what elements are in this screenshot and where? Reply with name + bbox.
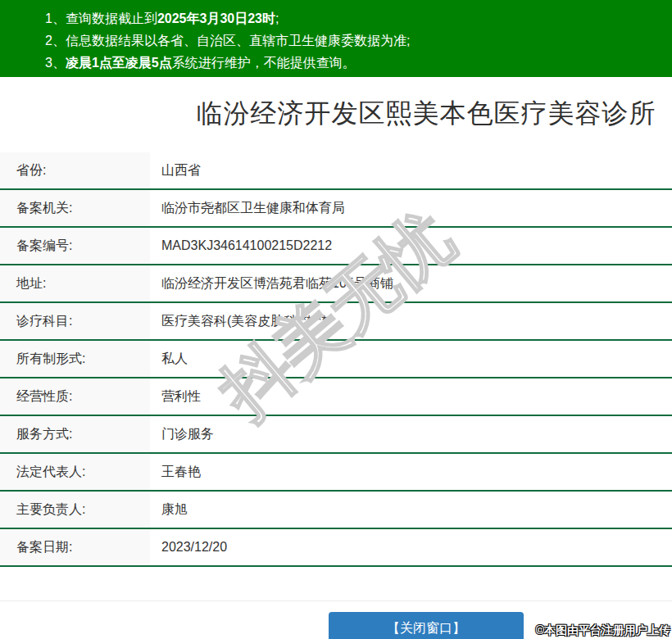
table-row-legal-representative: 法定代表人: 王春艳	[0, 454, 672, 492]
page-title: 临汾经济开发区熙美本色医疗美容诊所	[0, 93, 672, 133]
row-value: MAD3KJ34614100215D2212	[150, 228, 332, 264]
image-credit: ©本图由平台注册用户上传	[536, 623, 670, 638]
row-label: 省份:	[0, 152, 150, 188]
table-row-ownership-form: 所有制形式: 私人	[0, 341, 672, 378]
table-row-filing-date: 备案日期: 2023/12/20	[0, 529, 672, 567]
row-value: 临汾经济开发区博浩苑君临苑105号商铺	[150, 265, 393, 301]
row-label: 诊疗科目:	[0, 303, 150, 339]
notice-line-2: 2、信息数据结果以各省、自治区、直辖市卫生健康委数据为准;	[45, 29, 672, 52]
page-container: 1、查询数据截止到2025年3月30日23时; 2、信息数据结果以各省、自治区、…	[0, 0, 672, 639]
notice-bold-text: 2025年3月30日23时	[157, 11, 275, 25]
row-value: 康旭	[150, 492, 188, 528]
notice-text: ;	[275, 11, 279, 25]
row-value: 门诊服务	[150, 416, 214, 452]
row-label: 主要负责人:	[0, 492, 150, 528]
row-value: 医疗美容科(美容皮肤科)******	[150, 303, 332, 339]
row-value: 2023/12/20	[150, 529, 227, 565]
notice-bold-text: 凌晨1点至凌晨5点	[66, 56, 172, 70]
row-label: 经营性质:	[0, 378, 150, 415]
row-label: 备案日期:	[0, 529, 150, 565]
close-window-button[interactable]: 【关闭窗口】	[329, 612, 524, 639]
table-row-province: 省份: 山西省	[0, 152, 672, 190]
row-label: 备案编号:	[0, 228, 150, 264]
notice-number: 1、	[45, 11, 66, 25]
notice-text: 系统进行维护，不能提供查询。	[172, 56, 356, 70]
table-row-filing-authority: 备案机关: 临汾市尧都区卫生健康和体育局	[0, 190, 672, 228]
notice-banner: 1、查询数据截止到2025年3月30日23时; 2、信息数据结果以各省、自治区、…	[0, 0, 672, 77]
table-row-service-mode: 服务方式: 门诊服务	[0, 416, 672, 454]
row-label: 法定代表人:	[0, 454, 150, 490]
row-value: 私人	[150, 341, 188, 377]
row-value: 营利性	[150, 378, 201, 415]
info-table: 省份: 山西省 备案机关: 临汾市尧都区卫生健康和体育局 备案编号: MAD3K…	[0, 152, 672, 567]
table-row-main-person-in-charge: 主要负责人: 康旭	[0, 492, 672, 529]
notice-text: 查询数据截止到	[66, 11, 157, 25]
notice-number: 3、	[45, 56, 66, 70]
table-row-medical-subjects: 诊疗科目: 医疗美容科(美容皮肤科)******	[0, 303, 672, 341]
row-value: 山西省	[150, 152, 201, 188]
row-value: 王春艳	[150, 454, 201, 490]
row-label: 地址:	[0, 265, 150, 301]
table-row-business-nature: 经营性质: 营利性	[0, 378, 672, 416]
notice-text: 信息数据结果以各省、自治区、直辖市卫生健康委数据为准;	[66, 34, 410, 48]
row-value: 临汾市尧都区卫生健康和体育局	[150, 190, 345, 226]
table-row-address: 地址: 临汾经济开发区博浩苑君临苑105号商铺	[0, 265, 672, 303]
row-label: 所有制形式:	[0, 341, 150, 377]
row-label: 服务方式:	[0, 416, 150, 452]
footer-divider	[0, 600, 672, 601]
notice-line-1: 1、查询数据截止到2025年3月30日23时;	[45, 7, 672, 29]
notice-line-3: 3、凌晨1点至凌晨5点系统进行维护，不能提供查询。	[45, 52, 672, 74]
row-label: 备案机关:	[0, 190, 150, 226]
table-row-filing-number: 备案编号: MAD3KJ34614100215D2212	[0, 228, 672, 265]
notice-number: 2、	[45, 34, 66, 48]
